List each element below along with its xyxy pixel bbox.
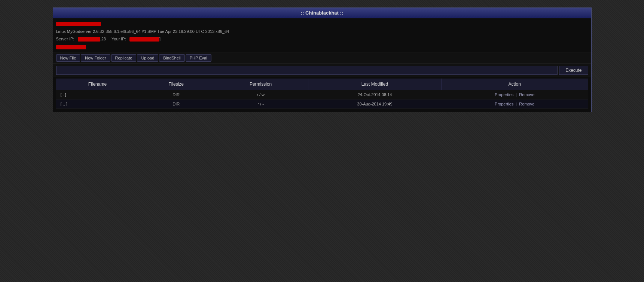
- file-table: Filename Filesize Permission Last Modifi…: [56, 79, 588, 109]
- command-input[interactable]: [56, 66, 558, 75]
- bindshell-button[interactable]: BindShell: [159, 54, 184, 62]
- table-row: [ .. ] DIR r / - 30-Aug-2014 19:49 Prope…: [56, 99, 588, 109]
- filename-cell-2: [ .. ]: [56, 99, 139, 109]
- action-cell-1: Properties | Remove: [441, 90, 588, 99]
- execute-button[interactable]: Execute: [559, 66, 588, 75]
- title-bar: :: Chinablackhat ::: [53, 8, 591, 18]
- last-modified-cell-1: 24-Oct-2014 08:14: [308, 90, 442, 99]
- new-folder-button[interactable]: New Folder: [81, 54, 110, 62]
- filesize-cell-2: DIR: [139, 99, 213, 109]
- info-section: Linux MyGodserver 2.6.32-358.6.1.el6.x86…: [53, 18, 591, 52]
- upload-button[interactable]: Upload: [137, 54, 158, 62]
- properties-link-2[interactable]: Properties: [495, 102, 513, 106]
- server-ip-redacted: [78, 37, 100, 42]
- window-title: :: Chinablackhat ::: [301, 10, 343, 16]
- remove-link-1[interactable]: Remove: [519, 92, 534, 97]
- server-ip-label: Server IP:: [56, 37, 74, 41]
- your-ip-redacted: [129, 37, 159, 42]
- permission-cell-1: r / w: [213, 90, 308, 99]
- action-separator-1: |: [516, 92, 517, 97]
- your-ip-suffix: ]: [159, 37, 161, 41]
- replicate-button[interactable]: Replicate: [111, 54, 137, 62]
- action-cell-2: Properties | Remove: [441, 99, 588, 109]
- server-ip-suffix: .23: [100, 37, 106, 41]
- permission-cell-2: r / -: [213, 99, 308, 109]
- col-header-filesize: Filesize: [139, 79, 213, 90]
- toolbar: New File New Folder Replicate Upload Bin…: [53, 52, 591, 64]
- command-bar: Execute: [53, 64, 591, 77]
- hostname-redacted: [56, 22, 101, 26]
- col-header-permission: Permission: [213, 79, 308, 90]
- kernel-row: Linux MyGodserver 2.6.32-358.6.1.el6.x86…: [56, 28, 588, 36]
- table-header-row: Filename Filesize Permission Last Modifi…: [56, 79, 588, 90]
- path-row: [56, 43, 588, 51]
- table-row: [ . ] DIR r / w 24-Oct-2014 08:14 Proper…: [56, 90, 588, 99]
- ip-row: Server IP: .23 Your IP: ]: [56, 35, 588, 43]
- col-header-action: Action: [441, 79, 588, 90]
- properties-link-1[interactable]: Properties: [495, 92, 513, 97]
- hostname-row: [56, 20, 588, 28]
- action-separator-2: |: [516, 102, 517, 106]
- remove-link-2[interactable]: Remove: [519, 102, 534, 106]
- new-file-button[interactable]: New File: [56, 54, 80, 62]
- filename-cell-1: [ . ]: [56, 90, 139, 99]
- main-container: :: Chinablackhat :: Linux MyGodserver 2.…: [53, 7, 592, 112]
- col-header-last-modified: Last Modified: [308, 79, 442, 90]
- path-redacted: [56, 45, 86, 49]
- last-modified-cell-2: 30-Aug-2014 19:49: [308, 99, 442, 109]
- col-header-filename: Filename: [56, 79, 139, 90]
- filesize-cell-1: DIR: [139, 90, 213, 99]
- your-ip-label: Your IP:: [112, 37, 126, 41]
- kernel-info: Linux MyGodserver 2.6.32-358.6.1.el6.x86…: [56, 29, 229, 34]
- php-eval-button[interactable]: PHP Eval: [186, 54, 211, 62]
- file-table-wrapper: Filename Filesize Permission Last Modifi…: [53, 77, 591, 112]
